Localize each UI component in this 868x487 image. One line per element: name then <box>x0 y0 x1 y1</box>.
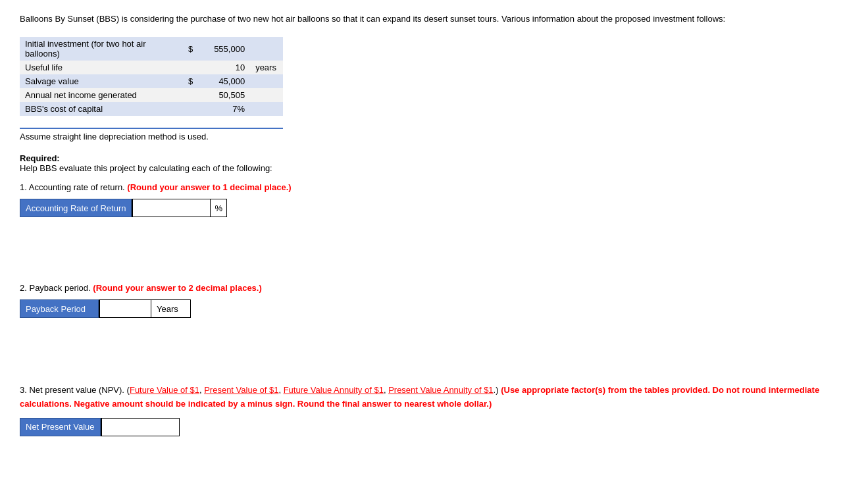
unit-useful-life: years <box>250 61 283 74</box>
assume-text: Assume straight line depreciation method… <box>20 132 848 141</box>
q1-input[interactable] <box>132 199 211 217</box>
question-3-block: 3. Net present value (NPV). (Future Valu… <box>20 384 848 436</box>
q3-number: 3. <box>20 385 27 395</box>
dollar-initial-investment: $ <box>183 37 198 61</box>
q2-input[interactable] <box>99 299 151 318</box>
q1-text-span: Accounting rate of return. <box>29 182 125 192</box>
unit-cost-of-capital <box>250 102 283 116</box>
label-salvage-value: Salvage value <box>20 74 183 88</box>
dollar-salvage-value: $ <box>183 74 198 88</box>
q3-text-span: Net present value (NPV). <box>29 385 124 395</box>
q2-answer-row: Payback Period Years <box>20 299 848 318</box>
dollar-useful-life <box>183 61 198 74</box>
table-row-useful-life: Useful life 10 years <box>20 61 283 74</box>
q2-round-instruction: (Round your answer to 2 decimal places.) <box>93 283 261 293</box>
table-row-annual-net-income: Annual net income generated 50,505 <box>20 88 283 102</box>
q2-unit-label: Years <box>151 299 191 318</box>
q3-link-pva1[interactable]: Present Value Annuity of $1 <box>388 385 493 395</box>
q2-text-span: Payback period. <box>29 283 90 293</box>
value-salvage-value: 45,000 <box>198 74 250 88</box>
q1-unit-label: % <box>211 199 227 217</box>
label-cost-of-capital: BBS's cost of capital <box>20 102 183 116</box>
unit-initial-investment <box>250 37 283 61</box>
q1-number: 1. <box>20 182 27 192</box>
q2-field-label: Payback Period <box>20 299 99 318</box>
label-initial-investment: Initial investment (for two hot air ball… <box>20 37 183 61</box>
value-cost-of-capital: 7% <box>198 102 250 116</box>
required-desc: Help BBS evaluate this project by calcul… <box>20 163 848 173</box>
value-initial-investment: 555,000 <box>198 37 250 61</box>
q3-link-fv1[interactable]: Future Value of $1 <box>130 385 199 395</box>
unit-annual-net-income <box>250 88 283 102</box>
table-row-salvage-value: Salvage value $ 45,000 <box>20 74 283 88</box>
table-row-initial-investment: Initial investment (for two hot air ball… <box>20 37 283 61</box>
required-label: Required: <box>20 153 848 163</box>
q1-round-instruction: (Round your answer to 1 decimal place.) <box>127 182 291 192</box>
question-1-block: 1. Accounting rate of return. (Round you… <box>20 182 848 217</box>
table-row-cost-of-capital: BBS's cost of capital 7% <box>20 102 283 116</box>
question-3-text: 3. Net present value (NPV). (Future Valu… <box>20 384 848 411</box>
dollar-cost-of-capital <box>183 102 198 116</box>
question-2-text: 2. Payback period. (Round your answer to… <box>20 283 848 293</box>
q3-link-pv1[interactable]: Present Value of $1 <box>204 385 278 395</box>
q2-number: 2. <box>20 283 27 293</box>
value-useful-life: 10 <box>198 61 250 74</box>
label-useful-life: Useful life <box>20 61 183 74</box>
q1-field-label: Accounting Rate of Return <box>20 199 132 217</box>
question-1-text: 1. Accounting rate of return. (Round you… <box>20 182 848 192</box>
question-2-block: 2. Payback period. (Round your answer to… <box>20 283 848 318</box>
info-table: Initial investment (for two hot air ball… <box>20 37 283 116</box>
q3-field-label: Net Present Value <box>20 418 101 436</box>
required-section: Required: Help BBS evaluate this project… <box>20 153 848 173</box>
q3-answer-row: Net Present Value <box>20 418 848 436</box>
intro-text: Balloons By Sunset (BBS) is considering … <box>20 13 848 25</box>
table-divider <box>20 128 283 129</box>
label-annual-net-income: Annual net income generated <box>20 88 183 102</box>
dollar-annual-net-income <box>183 88 198 102</box>
q1-answer-row: Accounting Rate of Return % <box>20 199 848 217</box>
q3-input[interactable] <box>101 418 180 436</box>
unit-salvage-value <box>250 74 283 88</box>
q3-link-fva1[interactable]: Future Value Annuity of $1 <box>284 385 384 395</box>
value-annual-net-income: 50,505 <box>198 88 250 102</box>
